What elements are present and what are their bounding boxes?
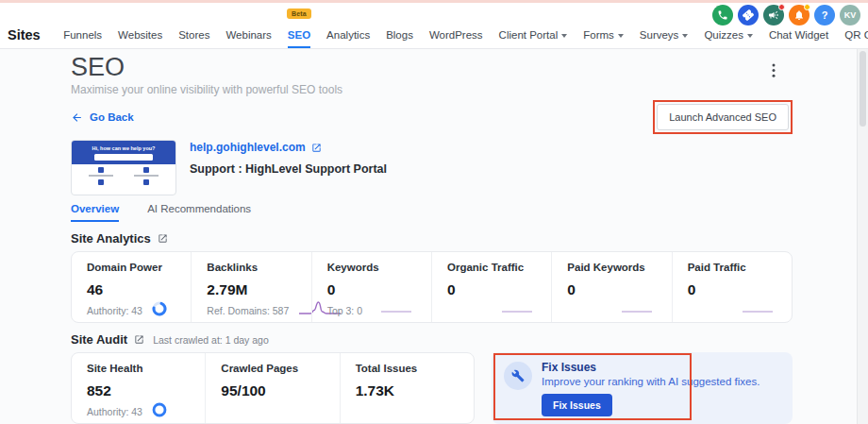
nav-item-client-portal[interactable]: Client Portal (499, 22, 568, 48)
metric-label: Organic Traffic (447, 262, 536, 274)
arrow-left-icon (71, 111, 83, 124)
metric-value: 1.73K (356, 382, 459, 399)
metric-value: 0 (688, 280, 776, 298)
sparkline-chart (372, 299, 415, 316)
nav-item-wordpress[interactable]: WordPress (429, 22, 483, 48)
site-domain-text: help.gohighlevel.com (190, 141, 306, 154)
authority-gauge-chart (152, 402, 167, 417)
kebab-menu-icon[interactable] (772, 63, 776, 77)
metric-value: 0 (327, 280, 416, 298)
metric-subrow: Authority: 43 (87, 402, 190, 417)
analytics-metric-domain-power: Domain Power46Authority: 43 (72, 252, 191, 322)
chevron-down-icon (747, 34, 753, 38)
fix-issues-title: Fix Issues (542, 362, 760, 374)
metric-label: Crawled Pages (221, 363, 324, 375)
page-brand-sites: Sites (8, 27, 41, 42)
metric-label: Paid Traffic (688, 262, 776, 274)
metric-sublabel: Top 3: 0 (327, 305, 362, 316)
thumbnail-tile (125, 167, 168, 177)
metric-value: 2.79M (207, 280, 295, 298)
site-audit-header: Site Audit Last crawled at: 1 day ago (71, 332, 793, 347)
nav-item-label: SEO (288, 29, 310, 41)
nav-item-surveys[interactable]: Surveys (640, 22, 689, 48)
metric-subrow: Authority: 43 (87, 301, 175, 316)
nav-item-label: Surveys (640, 29, 679, 41)
chevron-down-icon (682, 34, 688, 38)
metric-subrow (356, 402, 459, 417)
fix-issues-description: Improve your ranking with AI suggested f… (542, 376, 760, 388)
site-analytics-card: Domain Power46Authority: 43Backlinks2.79… (71, 251, 793, 323)
analytics-metric-keywords: Keywords0Top 3: 0 (311, 252, 431, 322)
go-back-link[interactable]: Go Back (71, 111, 134, 124)
site-analytics-external-link-icon[interactable] (158, 233, 168, 244)
sparkline-chart (612, 299, 656, 316)
thumbnail-tile (79, 179, 123, 185)
thumbnail-search-bar (94, 154, 153, 161)
nav-item-label: Websites (118, 29, 162, 41)
metric-label: Site Health (87, 363, 190, 375)
nav-item-label: Chat Widget (769, 29, 828, 41)
site-domain-link[interactable]: help.gohighlevel.com (190, 141, 387, 154)
site-analytics-header: Site Analytics (71, 231, 793, 246)
tab-overview[interactable]: Overview (71, 203, 119, 222)
fix-issues-card: Fix Issues Improve your ranking with AI … (492, 352, 793, 424)
analytics-metric-organic-traffic: Organic Traffic0 (431, 252, 551, 322)
site-audit-card: Site Health852Authority: 43Crawled Pages… (71, 352, 475, 424)
thumbnail-tile (125, 179, 168, 185)
audit-metric-site-health: Site Health852Authority: 43 (72, 353, 205, 423)
scrollbar-track (857, 48, 868, 424)
thumbnail-tile (79, 167, 123, 177)
nav-item-webinars[interactable]: Webinars (225, 22, 271, 48)
nav-item-analytics[interactable]: Analytics (326, 22, 370, 48)
fix-issues-text-block: Fix Issues Improve your ranking with AI … (542, 362, 760, 416)
nav-item-websites[interactable]: Websites (118, 22, 162, 48)
metric-sublabel: Ref. Domains: 587 (207, 305, 289, 316)
nav-item-label: Funnels (63, 29, 102, 41)
launch-advanced-seo-button[interactable]: Launch Advanced SEO (657, 104, 789, 130)
metric-subrow (447, 301, 536, 316)
notification-dot (804, 4, 810, 10)
nav-item-seo[interactable]: SEOBeta (288, 22, 310, 48)
thumbnail-header: Hi, how can we help you? (72, 141, 175, 164)
actions-row: Go Back Launch Advanced SEO (71, 100, 793, 134)
metric-value: 46 (87, 280, 175, 298)
site-audit-external-link-icon[interactable] (134, 334, 144, 345)
audit-metric-total-issues: Total Issues1.73K (340, 353, 474, 423)
nav-item-funnels[interactable]: Funnels (63, 22, 102, 48)
nav-item-quizzes[interactable]: Quizzes (704, 22, 753, 48)
fix-issues-button[interactable]: Fix Issues (542, 394, 612, 416)
nav-items: FunnelsWebsitesStoresWebinarsSEOBetaAnal… (56, 22, 868, 48)
nav-item-blogs[interactable]: Blogs (386, 22, 413, 48)
main-content: SEO Maximise your online visibility with… (0, 48, 857, 424)
page-subtitle: Maximise your online visibility with pow… (71, 84, 793, 96)
site-info: help.gohighlevel.com Support : HighLevel… (190, 140, 387, 195)
nav-item-qr-codes[interactable]: QR Codes (844, 22, 868, 48)
external-link-icon (311, 143, 322, 153)
scrollbar-thumb[interactable] (860, 51, 866, 127)
metric-subrow (567, 301, 656, 316)
chevron-down-icon (561, 34, 567, 38)
metric-subrow: Ref. Domains: 587 (207, 301, 295, 316)
sparkline-chart (492, 299, 536, 316)
nav-item-label: Client Portal (499, 29, 559, 41)
metric-subrow (688, 301, 776, 316)
nav-item-label: Quizzes (704, 29, 743, 41)
metric-label: Backlinks (207, 262, 295, 274)
metric-value: 852 (87, 382, 190, 399)
sparkline-chart (733, 299, 776, 316)
audit-metric-crawled-pages: Crawled Pages95/100 (205, 353, 339, 423)
app-window: ?KV Sites FunnelsWebsitesStoresWebinarsS… (0, 0, 868, 424)
nav-item-label: Analytics (326, 29, 370, 41)
metric-value: 95/100 (221, 382, 324, 399)
fix-issues-content: Fix Issues Improve your ranking with AI … (492, 352, 793, 416)
nav-tabs-row: Sites FunnelsWebsitesStoresWebinarsSEOBe… (6, 22, 868, 48)
nav-item-stores[interactable]: Stores (178, 22, 209, 48)
metric-label: Paid Keywords (567, 262, 656, 274)
thumbnail-body (72, 164, 175, 185)
site-thumbnail: Hi, how can we help you? (71, 140, 176, 195)
nav-item-forms[interactable]: Forms (583, 22, 624, 48)
nav-item-chat-widget[interactable]: Chat Widget (769, 22, 828, 48)
tab-ai-recommendations[interactable]: AI Recommendations (147, 203, 251, 222)
nav-item-label: Webinars (225, 29, 271, 41)
notification-dot (778, 4, 785, 10)
